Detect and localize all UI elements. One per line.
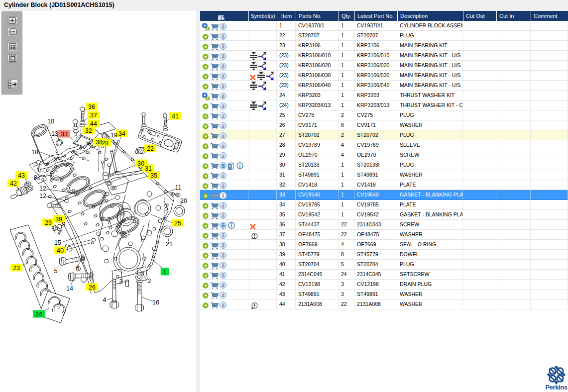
svg-text:36: 36 <box>88 103 95 110</box>
svg-text:7: 7 <box>64 243 67 250</box>
svg-text:34: 34 <box>118 130 125 137</box>
svg-text:44: 44 <box>90 120 97 127</box>
svg-text:8: 8 <box>34 174 37 181</box>
svg-text:30: 30 <box>137 160 144 167</box>
svg-text:31: 31 <box>145 165 152 172</box>
svg-text:37: 37 <box>90 112 97 119</box>
svg-text:19: 19 <box>111 132 117 139</box>
svg-text:35: 35 <box>150 172 157 179</box>
svg-text:20: 20 <box>180 197 187 204</box>
svg-text:29: 29 <box>45 219 52 226</box>
svg-text:5: 5 <box>54 268 58 275</box>
svg-text:17: 17 <box>112 139 119 146</box>
svg-text:15: 15 <box>54 239 61 246</box>
svg-text:39: 39 <box>55 216 62 223</box>
svg-text:16: 16 <box>152 299 159 306</box>
svg-text:11: 11 <box>175 184 182 191</box>
svg-text:12: 12 <box>39 193 46 199</box>
svg-text:25: 25 <box>174 220 181 227</box>
svg-text:13: 13 <box>51 130 58 137</box>
svg-text:4: 4 <box>103 296 107 303</box>
svg-text:21: 21 <box>166 241 173 248</box>
svg-text:32: 32 <box>85 127 92 134</box>
svg-text:28: 28 <box>102 140 109 147</box>
svg-text:40: 40 <box>57 247 64 254</box>
svg-text:26: 26 <box>89 284 96 291</box>
svg-text:3: 3 <box>119 278 123 285</box>
svg-text:1: 1 <box>163 269 167 276</box>
svg-text:43: 43 <box>18 172 25 179</box>
svg-text:18: 18 <box>31 149 38 156</box>
svg-text:33: 33 <box>61 131 68 138</box>
svg-text:14: 14 <box>66 285 73 292</box>
svg-text:41: 41 <box>172 113 179 120</box>
svg-text:42: 42 <box>10 180 17 187</box>
svg-text:12: 12 <box>39 185 46 192</box>
svg-text:Perkins: Perkins <box>545 384 567 391</box>
svg-text:10: 10 <box>47 118 54 125</box>
svg-text:22: 22 <box>147 145 154 152</box>
svg-text:9: 9 <box>62 221 66 228</box>
svg-text:24: 24 <box>35 311 42 318</box>
svg-text:23: 23 <box>13 265 20 272</box>
svg-text:6: 6 <box>76 265 80 272</box>
svg-text:2: 2 <box>148 278 151 285</box>
